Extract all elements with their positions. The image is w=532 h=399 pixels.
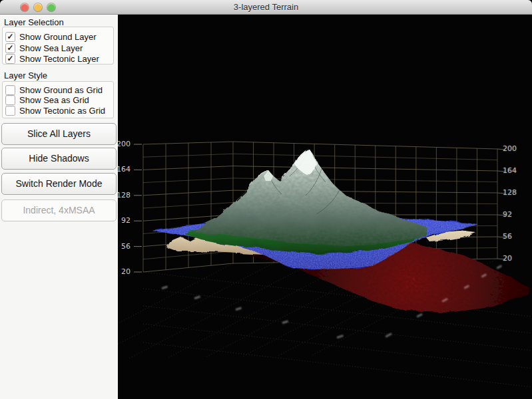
checkbox-label: Show Tectonic as Grid: [19, 106, 105, 116]
y-axis-left-label: 164: [118, 165, 131, 174]
y-axis-right-label: 200: [503, 144, 525, 153]
y-axis-left-label: 128: [118, 191, 131, 200]
check-mark: ✓: [7, 55, 13, 63]
checkbox-row-tectonic-layer[interactable]: ✓ Show Tectonic Layer: [5, 54, 99, 64]
y-axis-right-label: 164: [503, 166, 525, 175]
slice-all-layers-button[interactable]: Slice All Layers: [1, 123, 117, 145]
ground-layer-checkbox[interactable]: ✓: [5, 32, 15, 42]
layer-style-heading: Layer Style: [4, 70, 47, 81]
checkbox-row-sea-grid[interactable]: Show Sea as Grid: [5, 95, 89, 105]
checkbox-row-tectonic-grid[interactable]: Show Tectonic as Grid: [5, 106, 105, 116]
window-title: 3-layered Terrain: [0, 2, 532, 12]
checkbox-label: Show Ground as Grid: [19, 85, 103, 95]
title-bar[interactable]: 3-layered Terrain: [0, 0, 532, 15]
tectonic-layer-checkbox[interactable]: ✓: [5, 54, 15, 64]
check-mark: ✓: [7, 44, 13, 52]
sea-grid-checkbox[interactable]: [5, 95, 15, 105]
y-axis-left-label: 20: [118, 267, 131, 276]
y-axis-left-label: 56: [118, 242, 131, 251]
checkbox-row-ground-grid[interactable]: Show Ground as Grid: [5, 85, 103, 95]
checkbox-label: Show Tectonic Layer: [19, 54, 99, 64]
render-mode-status: Indirect, 4xMSAA: [1, 200, 117, 221]
y-axis-right-label: 92: [503, 210, 525, 219]
checkbox-label: Show Ground Layer: [19, 32, 97, 42]
check-mark: ✓: [7, 33, 13, 41]
control-sidebar: Layer Selection ✓ Show Ground Layer ✓ Sh…: [0, 15, 118, 399]
hide-shadows-button[interactable]: Hide Shadows: [1, 148, 117, 170]
ground-grid-checkbox[interactable]: [5, 85, 15, 95]
snow-cap-secondary: [264, 170, 273, 181]
y-axis-left-label: 92: [118, 216, 131, 225]
y-axis-left-label: 200: [118, 140, 131, 148]
checkbox-row-sea-layer[interactable]: ✓ Show Sea Layer: [5, 43, 83, 53]
switch-render-mode-button[interactable]: Switch Render Mode: [1, 173, 117, 195]
y-axis-right-label: 128: [503, 188, 525, 197]
terrain-render: [118, 15, 532, 399]
sea-layer-checkbox[interactable]: ✓: [5, 43, 15, 53]
checkbox-row-ground-layer[interactable]: ✓ Show Ground Layer: [5, 32, 97, 42]
checkbox-label: Show Sea as Grid: [19, 95, 89, 105]
y-axis-right-label: 56: [503, 232, 525, 241]
terrain-3d-viewport[interactable]: 200 164 128 92 56 20 200 164 128 92 56 2…: [118, 15, 532, 399]
y-axis-right-label: 20: [503, 254, 525, 263]
app-window: 3-layered Terrain Layer Selection ✓ Show…: [0, 0, 532, 399]
tectonic-grid-checkbox[interactable]: [5, 106, 15, 116]
mountain: [194, 148, 426, 246]
checkbox-label: Show Sea Layer: [19, 43, 83, 53]
